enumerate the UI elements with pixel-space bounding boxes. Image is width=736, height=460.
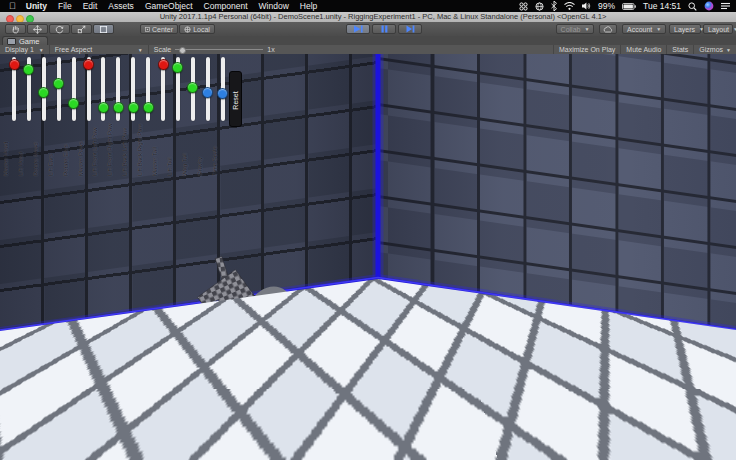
menu-help[interactable]: Help bbox=[300, 0, 317, 12]
volume-icon[interactable] bbox=[582, 2, 591, 10]
spotlight-search-icon[interactable] bbox=[688, 2, 697, 11]
layers-label: Layers bbox=[674, 26, 695, 33]
stats-toggle[interactable]: Stats bbox=[666, 45, 693, 54]
pause-button[interactable] bbox=[372, 24, 396, 34]
gizmos-dropdown[interactable]: Gizmos▼ bbox=[693, 45, 736, 54]
pivot-mode-label: Center bbox=[152, 26, 173, 33]
space-mode-button[interactable]: Local bbox=[179, 24, 215, 34]
slider-handle[interactable] bbox=[217, 88, 228, 99]
menu-gameobject[interactable]: GameObject bbox=[145, 0, 193, 12]
layers-dropdown[interactable]: Layers▼ bbox=[669, 24, 701, 34]
menu-file[interactable]: File bbox=[58, 0, 72, 12]
slider-handle[interactable] bbox=[98, 102, 109, 113]
slider-track[interactable] bbox=[72, 57, 76, 121]
apple-menu-icon[interactable]:  bbox=[9, 0, 16, 12]
slider-handle[interactable] bbox=[202, 87, 213, 98]
slider-label: Lift Ears bbox=[47, 118, 55, 176]
unity-editor-window:  UnityFileEditAssetsGameObjectComponent… bbox=[0, 0, 736, 460]
space-mode-label: Local bbox=[193, 26, 210, 33]
menu-bar-status-area: 99% Tue 14:51 bbox=[519, 0, 736, 12]
slider-label: Lift Head bbox=[17, 118, 25, 176]
rotate-icon bbox=[55, 25, 64, 34]
menu-items: UnityFileEditAssetsGameObjectComponentWi… bbox=[26, 0, 329, 12]
game-tab-icon bbox=[7, 38, 16, 45]
pivot-icon bbox=[145, 26, 150, 33]
slider-handle[interactable] bbox=[158, 59, 169, 70]
slider-label: Master Head bbox=[2, 118, 10, 176]
menu-bar-clock[interactable]: Tue 14:51 bbox=[643, 0, 681, 12]
slider-handle[interactable] bbox=[23, 64, 34, 75]
slider-handle[interactable] bbox=[53, 78, 64, 89]
pan-tool-button[interactable] bbox=[5, 24, 26, 34]
notification-center-icon[interactable] bbox=[721, 2, 730, 10]
display-dropdown[interactable]: Display 1▼ bbox=[0, 45, 50, 54]
scale-icon bbox=[77, 25, 86, 34]
slider-label: Rotate Ears bbox=[62, 118, 70, 176]
local-space-icon bbox=[184, 26, 191, 33]
wifi-icon[interactable] bbox=[564, 2, 575, 10]
rig-slider-time-scale[interactable]: Time Scale bbox=[216, 54, 230, 134]
slider-label: Lift Tail bbox=[166, 118, 174, 176]
slider-handle[interactable] bbox=[172, 62, 183, 73]
unity-toolbar: Center Local Collab▼ bbox=[0, 22, 736, 37]
input-source-icon[interactable] bbox=[519, 2, 528, 11]
pivot-mode-button[interactable]: Center bbox=[140, 24, 178, 34]
slider-handle[interactable] bbox=[9, 59, 20, 70]
menu-edit[interactable]: Edit bbox=[83, 0, 98, 12]
account-dropdown[interactable]: Account▼ bbox=[622, 24, 666, 34]
rotate-tool-button[interactable] bbox=[49, 24, 70, 34]
move-icon bbox=[33, 25, 42, 34]
slider-label: Lift Back Left Paw bbox=[121, 118, 129, 176]
scale-tool-button[interactable] bbox=[71, 24, 92, 34]
slider-handle[interactable] bbox=[38, 87, 49, 98]
globe-icon[interactable] bbox=[535, 2, 544, 11]
window-title: Unity 2017.1.1p4 Personal (64bit) - Demo… bbox=[40, 12, 726, 22]
maximize-on-play-toggle[interactable]: Maximize On Play bbox=[553, 45, 620, 54]
play-button[interactable] bbox=[346, 24, 370, 34]
cloud-icon bbox=[603, 26, 613, 33]
pause-icon bbox=[381, 25, 388, 33]
mute-audio-toggle[interactable]: Mute Audio bbox=[620, 45, 666, 54]
rect-tool-button[interactable] bbox=[93, 24, 114, 34]
menu-window[interactable]: Window bbox=[259, 0, 289, 12]
slider-track[interactable] bbox=[57, 57, 61, 121]
slider-handle[interactable] bbox=[113, 102, 124, 113]
cloud-services-button[interactable] bbox=[599, 24, 617, 34]
reset-button-label: Reset bbox=[229, 72, 242, 128]
game-viewport[interactable]: Reset Master HeadLift HeadRotate HeadLif… bbox=[0, 54, 736, 460]
battery-percentage: 99% bbox=[598, 0, 615, 12]
scale-slider[interactable] bbox=[175, 49, 263, 50]
menu-assets[interactable]: Assets bbox=[108, 0, 134, 12]
scale-label: Scale bbox=[154, 46, 172, 53]
slider-label: Lift Back Right Paw bbox=[136, 118, 144, 176]
slider-handle[interactable] bbox=[128, 102, 139, 113]
scale-slider-thumb[interactable] bbox=[179, 47, 186, 54]
siri-icon[interactable] bbox=[704, 1, 714, 11]
scale-control: Scale 1x bbox=[149, 45, 280, 54]
slider-handle[interactable] bbox=[83, 59, 94, 70]
aspect-label: Free Aspect bbox=[55, 46, 92, 53]
bluetooth-icon[interactable] bbox=[551, 1, 557, 11]
slider-handle[interactable] bbox=[68, 98, 79, 109]
rect-transform-icon bbox=[99, 25, 108, 34]
aspect-dropdown[interactable]: Free Aspect▼ bbox=[50, 45, 149, 54]
menu-component[interactable]: Component bbox=[204, 0, 248, 12]
slider-handle[interactable] bbox=[143, 102, 154, 113]
layout-dropdown[interactable]: Layout▼ bbox=[703, 24, 733, 34]
slider-handle[interactable] bbox=[187, 82, 198, 93]
scale-value: 1x bbox=[267, 46, 274, 53]
macos-menu-bar:  UnityFileEditAssetsGameObjectComponent… bbox=[0, 0, 736, 12]
collab-label: Collab bbox=[561, 26, 581, 33]
step-button[interactable] bbox=[398, 24, 422, 34]
menu-unity[interactable]: Unity bbox=[26, 0, 47, 12]
slider-label: Time Scale bbox=[211, 118, 219, 176]
slider-label: Master Tail bbox=[151, 118, 159, 176]
battery-icon bbox=[622, 3, 636, 10]
slider-label: Gravity bbox=[196, 118, 204, 176]
move-tool-button[interactable] bbox=[27, 24, 48, 34]
collab-button[interactable]: Collab▼ bbox=[556, 24, 594, 34]
reset-button[interactable]: Reset bbox=[229, 71, 242, 127]
slider-label: Lift Front Left Paw bbox=[91, 118, 99, 176]
step-icon bbox=[406, 25, 415, 33]
display-label: Display 1 bbox=[5, 46, 34, 53]
